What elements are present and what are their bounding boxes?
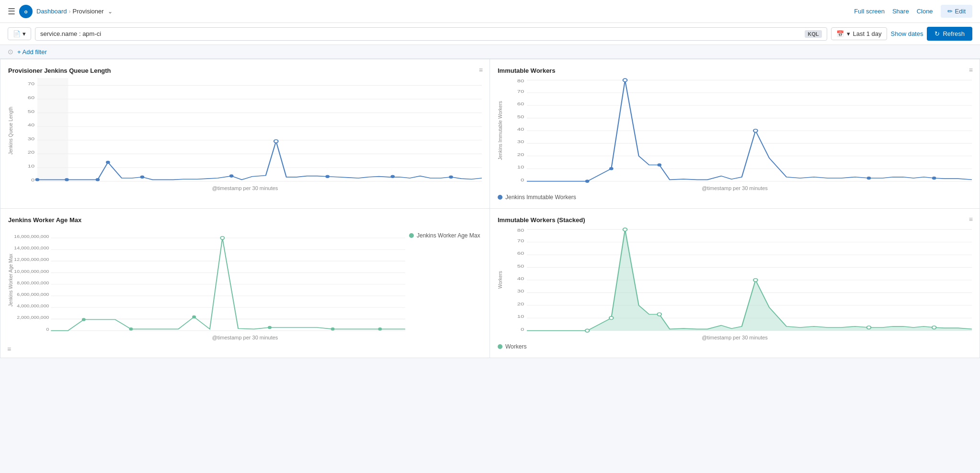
svg-text:70: 70 (517, 89, 524, 93)
svg-text:80: 80 (517, 227, 524, 232)
svg-point-19 (96, 178, 100, 181)
svg-text:6,000,000,000: 6,000,000,000 (17, 292, 49, 297)
svg-point-26 (449, 176, 453, 179)
filter-lens-icon: ⊙ (8, 48, 13, 56)
svg-text:50: 50 (28, 109, 34, 113)
svg-text:10: 10 (28, 163, 34, 168)
svg-text:8,000,000,000: 8,000,000,000 (17, 281, 49, 285)
chart-bottom-icon-3[interactable]: ≡ (7, 345, 11, 353)
svg-point-53 (585, 180, 590, 183)
filter-doc-icon: 📄 (13, 30, 21, 37)
chart-x-label-4: @timestamp per 30 minutes (498, 335, 972, 340)
svg-point-121 (609, 316, 614, 320)
svg-text:0: 0 (31, 177, 34, 182)
filter-icon-button[interactable]: 📄 ▾ (8, 27, 31, 40)
svg-text:80: 80 (517, 78, 524, 83)
svg-text:14,000,000,000: 14,000,000,000 (14, 246, 49, 250)
nav-left: ☰ o Dashboard › Provisioner ⌄ (8, 5, 113, 18)
svg-point-22 (229, 174, 234, 178)
chart-title-3: Jenkins Worker Age Max (8, 216, 482, 224)
chart-title-4: Immutable Workers (Stacked) (498, 216, 972, 224)
breadcrumb-separator: › (69, 8, 71, 15)
chart-y-label-2: Jenkins Immutable Workers (498, 101, 503, 160)
calendar-icon: 📅 (836, 30, 844, 37)
svg-text:12,000,000,000: 12,000,000,000 (14, 257, 49, 262)
chart-legend-3: Jenkins Worker Age Max (409, 232, 482, 239)
breadcrumb: Dashboard › Provisioner (36, 8, 104, 15)
chart-x-label-2: @timestamp per 30 minutes (498, 185, 972, 191)
chart-svg-2: 0 10 20 30 40 50 60 70 80 (505, 78, 972, 183)
chart-menu-icon-2[interactable]: ≡ (969, 66, 973, 74)
svg-point-122 (623, 228, 627, 231)
add-filter-bar: ⊙ + Add filter (0, 45, 980, 59)
svg-point-88 (192, 315, 196, 319)
breadcrumb-chevron-icon[interactable]: ⌄ (108, 8, 113, 15)
svg-point-86 (82, 318, 86, 321)
svg-text:0: 0 (521, 177, 524, 182)
svg-text:40: 40 (517, 126, 524, 131)
chart-legend-4: Workers (498, 343, 972, 350)
chart-y-label-4: Workers (498, 271, 503, 289)
svg-text:50: 50 (517, 114, 524, 119)
svg-point-123 (657, 313, 661, 316)
svg-text:10: 10 (517, 165, 524, 169)
svg-point-91 (331, 327, 335, 331)
hamburger-icon[interactable]: ☰ (8, 6, 15, 17)
svg-point-124 (753, 279, 758, 282)
clone-button[interactable]: Clone (917, 8, 933, 15)
share-button[interactable]: Share (892, 8, 909, 15)
chart-y-label-3: Jenkins Worker Age Max (8, 254, 13, 306)
svg-point-120 (585, 329, 590, 332)
chart-menu-icon-1[interactable]: ≡ (479, 66, 483, 74)
breadcrumb-current: Provisioner (73, 8, 104, 15)
svg-text:40: 40 (28, 123, 34, 127)
svg-point-125 (867, 326, 871, 329)
svg-text:70: 70 (517, 238, 524, 243)
svg-text:40: 40 (517, 276, 524, 281)
svg-text:60: 60 (28, 95, 34, 100)
show-dates-button[interactable]: Show dates (891, 30, 923, 37)
chart-title-2: Immutable Workers (498, 67, 972, 74)
svg-point-56 (657, 163, 661, 167)
chart-panel-2: Immutable Workers ≡ Jenkins Immutable Wo… (490, 59, 980, 209)
svg-point-90 (268, 326, 272, 329)
svg-point-92 (378, 327, 382, 331)
svg-point-17 (35, 178, 40, 181)
svg-text:30: 30 (28, 136, 34, 141)
top-nav: ☰ o Dashboard › Provisioner ⌄ Full scree… (0, 0, 980, 23)
svg-point-87 (129, 327, 133, 331)
filter-dropdown-icon: ▾ (23, 30, 26, 37)
chart-x-label-3: @timestamp per 30 minutes (8, 335, 482, 340)
add-filter-link[interactable]: + Add filter (17, 48, 47, 56)
refresh-button[interactable]: ↻ Refresh (927, 27, 972, 41)
svg-point-58 (867, 177, 871, 180)
filter-input[interactable] (40, 30, 805, 37)
svg-point-21 (140, 176, 145, 179)
chart-x-label-1: @timestamp per 30 minutes (8, 185, 482, 191)
svg-point-23 (274, 140, 278, 143)
svg-point-54 (609, 167, 614, 170)
svg-text:70: 70 (28, 81, 34, 86)
svg-rect-16 (37, 78, 68, 181)
time-filter[interactable]: 📅 ▾ Last 1 day (831, 27, 887, 40)
breadcrumb-dashboard[interactable]: Dashboard (36, 8, 67, 15)
svg-text:0: 0 (46, 327, 50, 331)
svg-point-59 (932, 177, 936, 180)
edit-button[interactable]: ✏ Edit (941, 5, 972, 18)
chart-svg-3: 0 2,000,000,000 4,000,000,000 6,000,000,… (14, 227, 405, 333)
fullscreen-button[interactable]: Full screen (854, 8, 885, 15)
time-range-label: Last 1 day (853, 30, 882, 37)
svg-text:20: 20 (28, 150, 34, 155)
svg-text:30: 30 (517, 289, 524, 293)
svg-text:10,000,000,000: 10,000,000,000 (14, 269, 49, 273)
chart-menu-icon-4[interactable]: ≡ (969, 215, 973, 223)
refresh-icon: ↻ (934, 30, 940, 37)
svg-point-24 (325, 175, 330, 178)
chart-panel-4: Immutable Workers (Stacked) ≡ Workers 0 … (490, 209, 980, 358)
chart-title-1: Provisioner Jenkins Queue Length (8, 67, 482, 74)
svg-point-126 (932, 326, 936, 329)
time-range-dropdown-icon: ▾ (847, 30, 850, 37)
svg-text:16,000,000,000: 16,000,000,000 (14, 234, 49, 239)
legend-dot-4 (498, 344, 502, 349)
chart-y-label-1: Jenkins Queue Length (8, 107, 13, 155)
